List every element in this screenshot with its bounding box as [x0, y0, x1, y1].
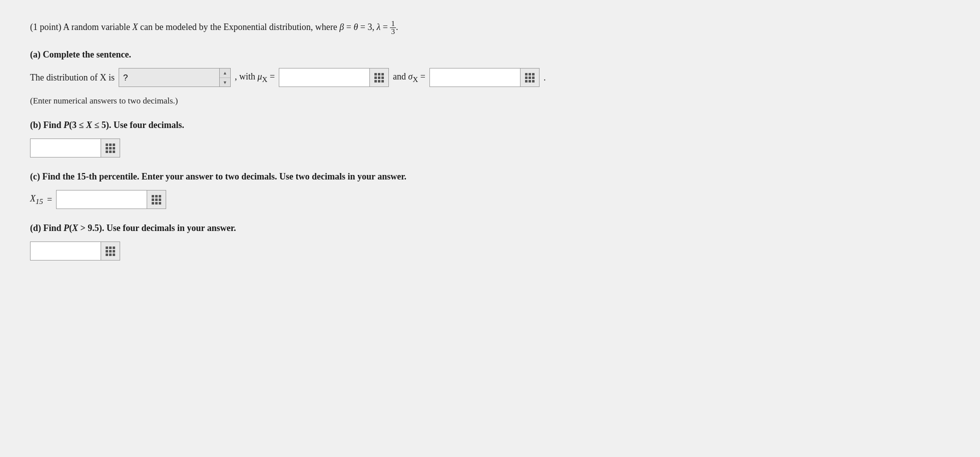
- part-d-input[interactable]: [31, 242, 101, 260]
- part-d-grid-button[interactable]: [101, 242, 120, 260]
- part-d-input-container[interactable]: [30, 242, 120, 260]
- question-container: (1 point) A random variable X can be mod…: [30, 20, 950, 260]
- part-c-input-row: X15 =: [30, 190, 950, 209]
- x15-label-text: X15: [30, 194, 43, 206]
- spinner-button[interactable]: ▲ ▼: [219, 68, 230, 86]
- sigma-input[interactable]: [430, 68, 520, 86]
- part-b-label: (b) Find P(3 ≤ X ≤ 5). Use four decimals…: [30, 120, 950, 130]
- question-header: (1 point) A random variable X can be mod…: [30, 20, 950, 36]
- distribution-select[interactable]: ? Exponential Normal Uniform: [119, 68, 219, 86]
- part-c-input[interactable]: [57, 190, 147, 208]
- period-text: .: [544, 72, 546, 83]
- part-c-label: (c) Find the 15-th percentile. Enter you…: [30, 172, 950, 182]
- part-d-label: (d) Find P(X > 9.5). Use four decimals i…: [30, 223, 950, 234]
- part-c-grid-icon: [152, 195, 161, 204]
- distribution-select-container[interactable]: ? Exponential Normal Uniform ▲ ▼: [119, 68, 231, 87]
- part-b-input[interactable]: [31, 139, 101, 157]
- part-a-hint: (Enter numerical answers to two decimals…: [30, 96, 950, 106]
- part-a-label: (a) Complete the sentence.: [30, 50, 950, 60]
- part-d-grid-icon: [106, 246, 115, 256]
- part-c-section: (c) Find the 15-th percentile. Enter you…: [30, 172, 950, 209]
- part-a-section: (a) Complete the sentence. The distribut…: [30, 50, 950, 106]
- mu-input[interactable]: [279, 68, 369, 86]
- sentence-row: The distribution of X is ? Exponential N…: [30, 68, 950, 87]
- var-x: X: [132, 22, 138, 32]
- sigma-grid-button[interactable]: [520, 68, 539, 86]
- part-c-grid-button[interactable]: [147, 190, 166, 208]
- mu-grid-icon: [374, 73, 384, 82]
- x15-subscript: 15: [36, 198, 43, 206]
- with-mu-text: , with μX =: [235, 72, 275, 84]
- part-b-input-container[interactable]: [30, 138, 120, 158]
- and-sigma-text: and σX =: [393, 72, 425, 84]
- part-d-input-row: [30, 242, 950, 260]
- part-d-section: (d) Find P(X > 9.5). Use four decimals i…: [30, 223, 950, 260]
- part-b-input-row: [30, 138, 950, 158]
- spinner-down-icon[interactable]: ▼: [220, 78, 230, 87]
- mu-grid-button[interactable]: [369, 68, 388, 86]
- part-b-grid-button[interactable]: [101, 139, 120, 157]
- mu-input-container[interactable]: [279, 68, 389, 87]
- sigma-input-container[interactable]: [429, 68, 540, 87]
- part-c-input-container[interactable]: [56, 190, 166, 209]
- sigma-grid-icon: [525, 73, 535, 82]
- part-c-equals: =: [47, 194, 52, 205]
- sentence-start-text: The distribution of X is: [30, 72, 115, 83]
- part-b-grid-icon: [106, 144, 115, 153]
- spinner-up-icon[interactable]: ▲: [220, 68, 230, 78]
- part-b-section: (b) Find P(3 ≤ X ≤ 5). Use four decimals…: [30, 120, 950, 158]
